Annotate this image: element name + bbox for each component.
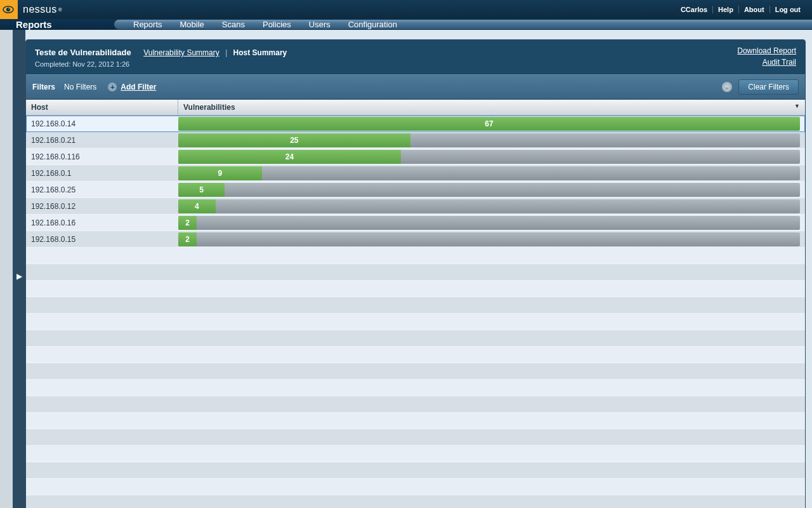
table-row-empty bbox=[26, 380, 805, 396]
bar-track: 24 bbox=[178, 150, 800, 164]
filters-label: Filters bbox=[32, 83, 55, 91]
svg-point-1 bbox=[6, 8, 10, 11]
svg-point-2 bbox=[8, 8, 10, 10]
table-row-empty bbox=[26, 495, 805, 508]
download-report-link[interactable]: Download Report bbox=[737, 46, 796, 55]
panel-header: Teste de Vulnerabilidade Vulnerability S… bbox=[26, 40, 805, 74]
report-panel: Teste de Vulnerabilidade Vulnerability S… bbox=[25, 39, 806, 508]
user-label[interactable]: CCarlos bbox=[676, 6, 713, 13]
table-row-empty bbox=[26, 330, 805, 347]
eye-icon bbox=[3, 5, 14, 14]
table-row-empty bbox=[26, 347, 805, 363]
table-row[interactable]: 192.168.0.152 bbox=[26, 231, 805, 248]
logout-link[interactable]: Log out bbox=[770, 6, 806, 13]
table-row[interactable]: 192.168.0.1467 bbox=[26, 116, 805, 132]
cell-vulnerabilities: 24 bbox=[178, 149, 805, 164]
table-row-empty bbox=[26, 396, 805, 413]
left-gutter bbox=[0, 30, 13, 508]
add-filter-button[interactable]: + Add Filter bbox=[108, 83, 156, 91]
bar-fill: 25 bbox=[178, 133, 410, 147]
cell-host: 192.168.0.16 bbox=[26, 218, 178, 227]
table-row-empty bbox=[26, 314, 805, 330]
cell-host: 192.168.0.15 bbox=[26, 235, 178, 244]
cell-host: 192.168.0.1 bbox=[26, 169, 178, 178]
trademark: ® bbox=[58, 7, 62, 13]
col-header-vulnerabilities[interactable]: Vulnerabilities ▼ bbox=[178, 100, 805, 115]
table-row[interactable]: 192.168.0.124 bbox=[26, 198, 805, 215]
nav-tab-scans[interactable]: Scans bbox=[222, 20, 245, 29]
cell-vulnerabilities: 2 bbox=[178, 215, 805, 231]
table-row-empty bbox=[26, 413, 805, 429]
top-right-links: CCarlos Help About Log out bbox=[676, 6, 806, 13]
report-title: Teste de Vulnerabilidade bbox=[35, 48, 131, 57]
nav-tab-users[interactable]: Users bbox=[309, 20, 331, 29]
plus-icon: + bbox=[108, 83, 117, 91]
cell-vulnerabilities: 9 bbox=[178, 165, 805, 181]
bar-track: 4 bbox=[178, 199, 800, 213]
bar-fill: 9 bbox=[178, 166, 262, 180]
bar-fill: 67 bbox=[178, 117, 800, 131]
nav-tab-reports[interactable]: Reports bbox=[133, 20, 162, 29]
cell-host: 192.168.0.116 bbox=[26, 152, 178, 161]
sidebar-toggle[interactable]: ▶ bbox=[13, 30, 25, 508]
nav-bar: Reports Reports Mobile Scans Policies Us… bbox=[0, 19, 812, 30]
table-row-empty bbox=[26, 479, 805, 495]
cell-host: 192.168.0.14 bbox=[26, 119, 178, 128]
bar-fill: 2 bbox=[178, 216, 197, 230]
brand-logo bbox=[0, 0, 18, 19]
cell-vulnerabilities: 25 bbox=[178, 132, 805, 148]
bar-fill: 5 bbox=[178, 183, 225, 197]
col-header-vuln-label: Vulnerabilities bbox=[183, 103, 235, 112]
crumb-vuln-summary[interactable]: Vulnerability Summary bbox=[143, 48, 219, 57]
bar-track: 67 bbox=[178, 117, 800, 131]
audit-trail-link[interactable]: Audit Trail bbox=[737, 58, 796, 67]
table-row-empty bbox=[26, 281, 805, 297]
workspace: ▶ Teste de Vulnerabilidade Vulnerability… bbox=[0, 30, 812, 508]
bar-track: 25 bbox=[178, 133, 800, 147]
bar-track: 5 bbox=[178, 183, 800, 197]
bar-fill: 4 bbox=[178, 199, 216, 213]
table-row-empty bbox=[26, 462, 805, 479]
table-row[interactable]: 192.168.0.19 bbox=[26, 165, 805, 182]
sort-desc-icon: ▼ bbox=[794, 103, 800, 112]
bar-track: 2 bbox=[178, 232, 800, 246]
cell-vulnerabilities: 2 bbox=[178, 231, 805, 247]
table-row[interactable]: 192.168.0.255 bbox=[26, 182, 805, 198]
bar-track: 9 bbox=[178, 166, 800, 180]
nav-tab-policies[interactable]: Policies bbox=[263, 20, 291, 29]
table-row-empty bbox=[26, 297, 805, 314]
crumb-separator: | bbox=[225, 48, 227, 57]
grid-body[interactable]: 192.168.0.1467192.168.0.2125192.168.0.11… bbox=[26, 116, 805, 508]
bar-fill: 24 bbox=[178, 150, 401, 164]
table-row-empty bbox=[26, 248, 805, 264]
help-link[interactable]: Help bbox=[713, 6, 739, 13]
table-row-empty bbox=[26, 446, 805, 462]
nav-tabs: Reports Mobile Scans Policies Users Conf… bbox=[114, 20, 812, 29]
table-row-empty bbox=[26, 429, 805, 446]
breadcrumb: Vulnerability Summary | Host Summary bbox=[143, 48, 287, 57]
table-row[interactable]: 192.168.0.162 bbox=[26, 215, 805, 231]
section-title: Reports bbox=[0, 19, 114, 30]
add-filter-label: Add Filter bbox=[121, 83, 156, 91]
bar-fill: 2 bbox=[178, 232, 197, 246]
cell-vulnerabilities: 4 bbox=[178, 198, 805, 214]
table-row[interactable]: 192.168.0.11624 bbox=[26, 149, 805, 165]
app-name: nessus bbox=[23, 4, 57, 15]
brand-bar: nessus ® CCarlos Help About Log out bbox=[0, 0, 812, 19]
chevron-right-icon: ▶ bbox=[16, 272, 22, 281]
filter-bar: Filters No Filters + Add Filter ⌄ Clear … bbox=[26, 74, 805, 100]
table-row[interactable]: 192.168.0.2125 bbox=[26, 132, 805, 149]
cell-host: 192.168.0.21 bbox=[26, 136, 178, 145]
collapse-icon[interactable]: ⌄ bbox=[722, 82, 732, 92]
table-row-empty bbox=[26, 363, 805, 380]
crumb-host-summary: Host Summary bbox=[233, 48, 287, 57]
nav-tab-configuration[interactable]: Configuration bbox=[348, 20, 397, 29]
bar-track: 2 bbox=[178, 216, 800, 230]
col-header-host[interactable]: Host bbox=[26, 100, 178, 115]
about-link[interactable]: About bbox=[739, 6, 770, 13]
table-row-empty bbox=[26, 264, 805, 281]
clear-filters-button[interactable]: Clear Filters bbox=[738, 79, 799, 95]
nav-tab-mobile[interactable]: Mobile bbox=[180, 20, 204, 29]
grid-header: Host Vulnerabilities ▼ bbox=[26, 100, 805, 116]
cell-vulnerabilities: 5 bbox=[178, 182, 805, 197]
